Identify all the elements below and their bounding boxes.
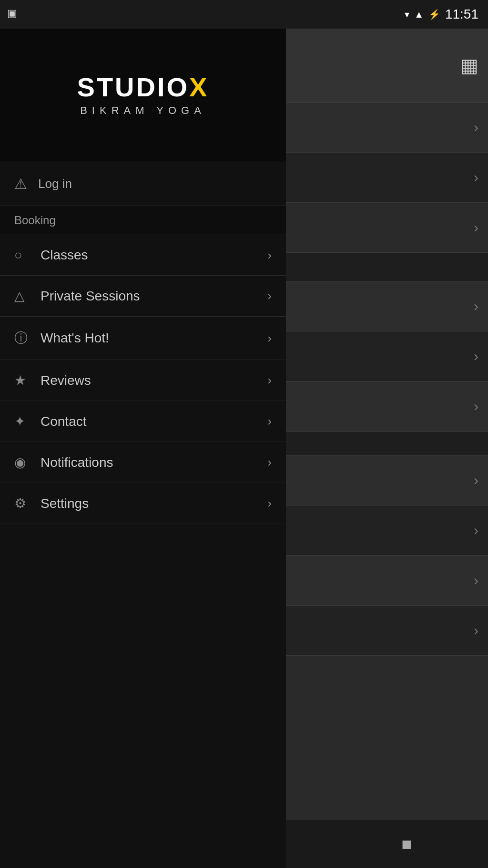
contact-chevron: › <box>267 414 272 429</box>
status-bar-time: 11:51 <box>445 7 478 22</box>
login-item[interactable]: ⚠ Log in <box>0 162 286 206</box>
right-chevron-3: › <box>474 219 478 236</box>
right-list-item-12[interactable]: › <box>286 606 488 656</box>
settings-label: Settings <box>41 496 267 511</box>
login-label: Log in <box>38 176 72 191</box>
classes-icon: ○ <box>14 248 41 263</box>
right-list-item-3[interactable]: › <box>286 203 488 253</box>
right-list-item-5[interactable]: › <box>286 281 488 331</box>
right-list-item-6[interactable]: › <box>286 331 488 382</box>
right-chevron-9: › <box>474 472 478 488</box>
whats-hot-label: What's Hot! <box>41 331 267 346</box>
menu-item-whats-hot[interactable]: ⓘ What's Hot! › <box>0 317 286 360</box>
menu-item-private-sessions[interactable]: △ Private Sessions › <box>0 276 286 317</box>
private-sessions-icon: △ <box>14 288 41 304</box>
private-sessions-label: Private Sessions <box>41 289 267 304</box>
right-list-item-9[interactable]: › <box>286 455 488 506</box>
logo-container: STUDIO X BIKRAM YOGA <box>57 48 229 143</box>
signal-icon: ▲ <box>414 9 424 20</box>
notifications-label: Notifications <box>41 455 267 470</box>
right-list-item-8 <box>286 432 488 455</box>
status-bar: ▣ ▾ ▲ ⚡ 11:51 <box>0 0 488 29</box>
right-list-item-2[interactable]: › <box>286 153 488 203</box>
reviews-label: Reviews <box>41 373 267 388</box>
menu-item-reviews[interactable]: ★ Reviews › <box>0 360 286 401</box>
notifications-chevron: › <box>267 455 272 470</box>
contact-label: Contact <box>41 414 267 429</box>
studio-text: STUDIO X <box>77 72 209 102</box>
notifications-icon: ◉ <box>14 455 41 470</box>
logo-area: STUDIO X BIKRAM YOGA <box>0 29 286 162</box>
right-chevron-10: › <box>474 522 478 538</box>
status-icons: ▾ ▲ ⚡ <box>405 9 440 20</box>
wifi-icon: ▾ <box>405 9 409 20</box>
private-sessions-chevron: › <box>267 289 272 303</box>
right-chevron-6: › <box>474 348 478 364</box>
right-list-item-11[interactable]: › <box>286 556 488 606</box>
menu-item-contact[interactable]: ✦ Contact › <box>0 401 286 442</box>
whats-hot-chevron: › <box>267 331 272 346</box>
settings-chevron: › <box>267 496 272 511</box>
studio-word: STUDIO <box>77 72 190 102</box>
right-panel-header: ▦ <box>286 29 488 103</box>
classes-chevron: › <box>267 248 272 263</box>
right-list-item-7[interactable]: › <box>286 382 488 432</box>
right-chevron-5: › <box>474 298 478 314</box>
right-list-item-4 <box>286 253 488 281</box>
reviews-chevron: › <box>267 373 272 388</box>
sidebar: STUDIO X BIKRAM YOGA ⚠ Log in Booking <box>0 29 286 868</box>
booking-section-header: Booking <box>0 206 286 235</box>
right-chevron-2: › <box>474 169 478 186</box>
x-letter: X <box>189 74 209 101</box>
contact-icon: ✦ <box>14 413 41 429</box>
right-chevron-12: › <box>474 622 478 639</box>
right-chevron-7: › <box>474 398 478 414</box>
menu-item-notifications[interactable]: ◉ Notifications › <box>0 442 286 483</box>
classes-label: Classes <box>41 248 267 263</box>
main-layout: STUDIO X BIKRAM YOGA ⚠ Log in Booking <box>0 29 488 868</box>
recents-button[interactable]: ■ <box>387 825 426 863</box>
sim-icon: ▣ <box>7 7 17 20</box>
right-list-item-10[interactable]: › <box>286 506 488 556</box>
calendar-button[interactable]: ▦ <box>460 54 478 76</box>
right-chevron-1: › <box>474 119 478 135</box>
whats-hot-icon: ⓘ <box>14 329 41 347</box>
reviews-icon: ★ <box>14 372 41 388</box>
bikram-yoga-text: BIKRAM YOGA <box>80 104 206 117</box>
settings-icon: ⚙ <box>14 496 41 511</box>
warning-icon: ⚠ <box>14 176 38 192</box>
menu-item-settings[interactable]: ⚙ Settings › <box>0 483 286 524</box>
right-list-item-1[interactable]: › <box>286 103 488 153</box>
right-panel: ▦ › › › › › › › › › <box>286 29 488 868</box>
right-chevron-11: › <box>474 572 478 589</box>
battery-icon: ⚡ <box>428 9 440 20</box>
menu-section: ⚠ Log in Booking ○ Classes › △ Private S… <box>0 162 286 868</box>
menu-item-classes[interactable]: ○ Classes › <box>0 235 286 276</box>
